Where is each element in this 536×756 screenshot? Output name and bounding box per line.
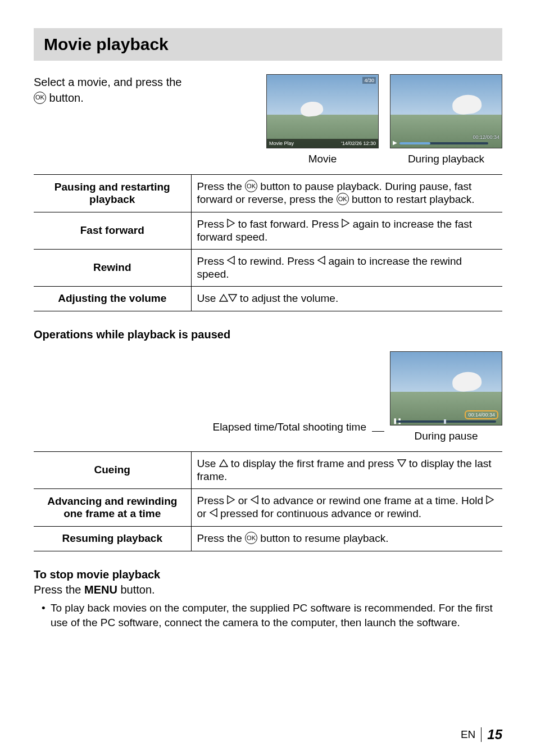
progress-bar — [399, 142, 488, 144]
menu-button-label: MENU — [84, 583, 117, 596]
ok-icon: OK — [245, 180, 257, 192]
ok-icon: OK — [245, 532, 257, 544]
counter-text: 4/30 — [362, 77, 376, 84]
table-row: Pausing and restarting playback Press th… — [34, 175, 502, 212]
svg-marker-6 — [220, 460, 228, 467]
play-icon: ▶ — [393, 139, 397, 146]
ok-icon: OK — [34, 92, 46, 104]
pause-progress-bar — [396, 420, 496, 423]
playback-timer: 00:12/00:34 — [473, 134, 499, 140]
pause-subhead: Operations while playback is paused — [34, 328, 502, 341]
op-desc: Use to display the first frame and press… — [191, 451, 502, 488]
intro-line1: Select a movie, and press the — [34, 76, 181, 88]
op-desc-part: button to restart playback. — [349, 193, 475, 205]
table-row: Fast forward Press to fast forward. Pres… — [34, 212, 502, 249]
footer-lang: EN — [461, 728, 475, 741]
svg-marker-4 — [220, 295, 228, 301]
movie-info-bar: Movie Play '14/02/26 12:30 — [267, 139, 378, 148]
svg-marker-7 — [398, 460, 406, 467]
preview-playback: 00:12/00:34 ▶ During playback — [390, 74, 502, 165]
pause-timer-callout: 00:14/00:34 — [465, 410, 498, 419]
op-desc-part: Press the — [197, 532, 246, 544]
op-desc: Press to rewind. Press again to increase… — [191, 249, 502, 286]
op-head: Resuming playback — [34, 526, 191, 551]
op-head: Cueing — [34, 451, 191, 488]
leader-line — [372, 431, 384, 432]
intro-row: Select a movie, and press the OK button.… — [34, 74, 502, 165]
bird-graphic — [451, 370, 482, 392]
svg-marker-5 — [229, 295, 237, 301]
section-title-bar: Movie playback — [34, 28, 502, 61]
preview-playback-caption: During playback — [390, 153, 502, 165]
pause-preview-image: 00:14/00:34 ❚❚ — [390, 351, 502, 425]
up-arrow-icon — [219, 292, 228, 305]
left-arrow-icon — [210, 508, 217, 520]
up-arrow-icon — [219, 458, 228, 470]
preview-movie-image: 4/30 Movie Play '14/02/26 12:30 — [266, 74, 379, 148]
ok-icon: OK — [337, 193, 349, 205]
stop-paragraph: Press the MENU button. — [34, 583, 502, 596]
movie-bar-right: '14/02/26 12:30 — [341, 141, 376, 146]
preview-movie-caption: Movie — [266, 153, 379, 165]
preview-playback-image: 00:12/00:34 ▶ — [390, 74, 502, 148]
table-row: Advancing and rewinding one frame at a t… — [34, 488, 502, 526]
right-arrow-icon — [227, 495, 235, 507]
page-footer: EN 15 — [461, 727, 502, 743]
left-arrow-icon — [317, 255, 325, 268]
note-list: To play back movies on the computer, the… — [34, 601, 502, 630]
section-title: Movie playback — [44, 35, 492, 54]
footer-divider — [481, 727, 482, 742]
left-arrow-icon — [251, 495, 258, 507]
svg-marker-0 — [228, 219, 234, 227]
svg-marker-8 — [228, 496, 234, 504]
bird-graphic — [300, 101, 324, 117]
op-head: Fast forward — [34, 212, 191, 249]
svg-marker-10 — [487, 496, 493, 504]
intro-line2-post: button. — [46, 92, 84, 104]
intro-text: Select a movie, and press the OK button. — [34, 74, 252, 106]
table-row: Resuming playback Press the OK button to… — [34, 526, 502, 551]
svg-marker-11 — [210, 509, 217, 517]
down-arrow-icon — [228, 292, 237, 305]
right-arrow-icon — [227, 218, 235, 230]
op-desc: Press the OK button to pause playback. D… — [191, 175, 502, 212]
elapsed-label: Elapsed time/Total shooting time — [212, 421, 366, 442]
preview-movie: 4/30 Movie Play '14/02/26 12:30 Movie — [266, 74, 379, 165]
footer-page-number: 15 — [487, 727, 502, 743]
op-desc-part: Press the — [197, 180, 246, 192]
pause-preview-col: 00:14/00:34 ❚❚ During pause — [390, 351, 502, 442]
table-row: Adjusting the volume Use to adjust the v… — [34, 286, 502, 311]
op-desc: Use to adjust the volume. — [191, 286, 502, 311]
op-head: Pausing and restarting playback — [34, 175, 191, 212]
left-arrow-icon — [227, 255, 235, 268]
stop-text-part: Press the — [34, 583, 84, 596]
svg-marker-9 — [251, 496, 258, 504]
stop-heading: To stop movie playback — [34, 568, 502, 581]
op-desc: Press or to advance or rewind one frame … — [191, 488, 502, 526]
movie-bar-left: Movie Play — [269, 141, 294, 146]
svg-marker-2 — [228, 256, 234, 264]
right-arrow-icon — [486, 495, 494, 507]
op-head: Adjusting the volume — [34, 286, 191, 311]
svg-marker-3 — [318, 256, 325, 264]
note-item: To play back movies on the computer, the… — [42, 601, 502, 630]
right-arrow-icon — [342, 218, 349, 230]
operations-table-1: Pausing and restarting playback Press th… — [34, 174, 502, 311]
pause-preview-row: Elapsed time/Total shooting time 00:14/0… — [34, 351, 502, 442]
stop-text-part: button. — [117, 583, 155, 596]
op-desc: Press to fast forward. Press again to in… — [191, 212, 502, 249]
op-desc-part: button to resume playback. — [257, 532, 388, 544]
op-head: Rewind — [34, 249, 191, 286]
op-desc: Press the OK button to resume playback. — [191, 526, 502, 551]
pause-caption: During pause — [390, 430, 502, 442]
preview-row: 4/30 Movie Play '14/02/26 12:30 Movie 00… — [266, 74, 502, 165]
down-arrow-icon — [397, 458, 406, 470]
op-head: Advancing and rewinding one frame at a t… — [34, 488, 191, 526]
operations-table-2: Cueing Use to display the first frame an… — [34, 451, 502, 551]
table-row: Cueing Use to display the first frame an… — [34, 451, 502, 488]
svg-marker-1 — [342, 219, 349, 227]
bird-graphic — [451, 93, 482, 115]
table-row: Rewind Press to rewind. Press again to i… — [34, 249, 502, 286]
